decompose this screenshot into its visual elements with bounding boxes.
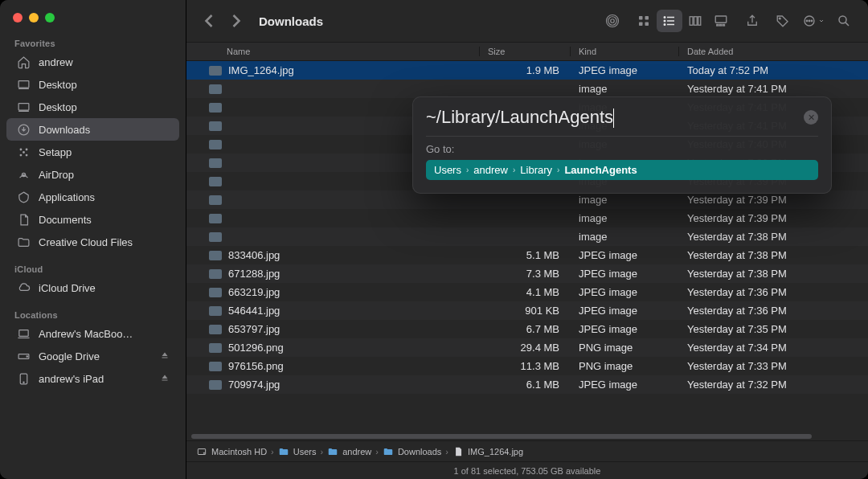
file-size: 6.1 MB — [480, 379, 571, 391]
column-kind[interactable]: Kind — [571, 47, 679, 56]
svg-point-18 — [608, 17, 617, 26]
folder-icon — [16, 235, 31, 249]
column-view-button[interactable] — [682, 10, 708, 32]
goto-crumb: andrew — [473, 164, 508, 176]
sidebar-item-andrew-s-ipad[interactable]: andrew's iPad — [6, 367, 179, 390]
sidebar-item-desktop[interactable]: Desktop — [6, 73, 179, 96]
file-name: 833406.jpg — [228, 249, 280, 261]
setapp-icon — [16, 145, 31, 159]
file-row[interactable]: imageYesterday at 7:39 PM — [186, 209, 868, 227]
file-thumbnail-icon — [209, 380, 222, 390]
list-view-button[interactable] — [657, 10, 682, 32]
sidebar-item-airdrop[interactable]: AirDrop — [6, 163, 179, 186]
folder-icon — [327, 446, 338, 457]
file-name: 501296.png — [228, 342, 284, 354]
svg-rect-23 — [645, 23, 649, 27]
column-name[interactable]: Name — [186, 47, 480, 56]
path-segment[interactable]: andrew — [342, 447, 371, 456]
file-date: Yesterday at 7:39 PM — [679, 194, 868, 206]
finder-window: Favorites andrewDesktopDesktopDownloadsS… — [0, 0, 868, 479]
icon-view-button[interactable] — [631, 10, 657, 32]
file-row[interactable]: 976156.png11.3 MBPNG imageYesterday at 7… — [186, 357, 868, 375]
ipad-icon — [16, 371, 31, 386]
file-row[interactable]: 833406.jpg5.1 MBJPEG imageYesterday at 7… — [186, 246, 868, 264]
sidebar-item-label: Downloads — [39, 124, 90, 136]
file-kind: JPEG image — [571, 249, 679, 261]
file-size: 6.7 MB — [480, 323, 571, 335]
icloud-label: iCloud — [0, 260, 186, 276]
chevron-right-icon: › — [466, 166, 469, 174]
home-icon — [16, 55, 31, 69]
sidebar-item-andrew[interactable]: andrew — [6, 51, 179, 73]
airdrop-icon[interactable] — [600, 10, 625, 32]
sidebar-item-creative-cloud-files[interactable]: Creative Cloud Files — [6, 231, 179, 253]
file-date: Yesterday at 7:35 PM — [679, 323, 868, 335]
sidebar-item-label: Applications — [39, 191, 95, 203]
column-size[interactable]: Size — [480, 47, 571, 56]
goto-path-result[interactable]: Users›andrew›Library›LaunchAgents — [426, 160, 818, 180]
file-row[interactable]: 671288.jpg7.3 MBJPEG imageYesterday at 7… — [186, 264, 868, 283]
forward-button[interactable] — [225, 10, 248, 32]
file-date: Yesterday at 7:36 PM — [679, 305, 868, 317]
sidebar-item-label: Creative Cloud Files — [39, 236, 133, 248]
sidebar-item-andrew-s-macboo-[interactable]: Andrew's MacBoo… — [6, 322, 179, 345]
file-row[interactable]: 663219.jpg4.1 MBJPEG imageYesterday at 7… — [186, 283, 868, 301]
file-thumbnail-icon — [209, 306, 222, 316]
svg-point-14 — [27, 355, 27, 356]
file-date: Yesterday at 7:38 PM — [679, 249, 868, 261]
file-row[interactable]: imageYesterday at 7:41 PM — [186, 80, 868, 98]
file-thumbnail-icon — [209, 84, 222, 94]
action-menu-button[interactable] — [800, 10, 826, 32]
goto-crumb: LaunchAgents — [564, 164, 637, 176]
minimize-button[interactable] — [29, 13, 39, 23]
sidebar-item-label: Desktop — [39, 79, 77, 91]
sidebar-item-label: Setapp — [39, 146, 72, 158]
path-bar[interactable]: Macintosh HD›Users›andrew›Downloads›IMG_… — [186, 440, 868, 461]
sidebar-item-documents[interactable]: Documents — [6, 208, 179, 231]
file-row[interactable]: 653797.jpg6.7 MBJPEG imageYesterday at 7… — [186, 320, 868, 338]
path-segment[interactable]: Users — [293, 447, 317, 456]
file-thumbnail-icon — [209, 251, 222, 260]
file-thumbnail-icon — [209, 269, 222, 279]
sidebar-item-downloads[interactable]: Downloads — [6, 118, 179, 141]
eject-icon[interactable] — [160, 373, 170, 385]
cloud-icon — [16, 280, 31, 295]
sidebar-item-icloud-drive[interactable]: iCloud Drive — [6, 276, 179, 299]
goto-label: Go to: — [426, 143, 818, 155]
file-row[interactable]: 501296.png29.4 MBPNG imageYesterday at 7… — [186, 338, 868, 357]
sidebar-item-label: iCloud Drive — [39, 282, 96, 294]
svg-point-16 — [23, 382, 23, 383]
path-segment[interactable]: IMG_1264.jpg — [468, 447, 523, 456]
file-row[interactable]: IMG_1264.jpg1.9 MBJPEG imageToday at 7:5… — [186, 61, 868, 80]
eject-icon[interactable] — [160, 350, 170, 362]
clear-input-button[interactable]: ✕ — [804, 110, 818, 125]
path-segment[interactable]: Macintosh HD — [211, 447, 267, 456]
svg-rect-22 — [639, 23, 643, 27]
svg-point-29 — [664, 24, 665, 26]
share-button[interactable] — [739, 10, 765, 32]
search-button[interactable] — [831, 10, 857, 32]
column-date[interactable]: Date Added — [679, 47, 868, 56]
column-headers: Name Size Kind Date Added — [186, 42, 868, 61]
file-date: Yesterday at 7:34 PM — [679, 342, 868, 354]
tags-button[interactable] — [770, 10, 796, 32]
file-date: Yesterday at 7:38 PM — [679, 231, 868, 243]
folder-icon — [278, 446, 289, 457]
window-controls — [0, 8, 186, 34]
file-date: Yesterday at 7:41 PM — [679, 83, 868, 95]
sidebar-item-desktop[interactable]: Desktop — [6, 96, 179, 118]
content-area: Downloads Name Size Kind Date Added IMG_… — [186, 0, 868, 479]
path-segment[interactable]: Downloads — [398, 447, 441, 456]
close-button[interactable] — [13, 13, 23, 23]
file-row[interactable]: 709974.jpg6.1 MBJPEG imageYesterday at 7… — [186, 375, 868, 394]
file-row[interactable]: 546441.jpg901 KBJPEG imageYesterday at 7… — [186, 301, 868, 320]
back-button[interactable] — [198, 10, 220, 32]
sidebar-item-setapp[interactable]: Setapp — [6, 141, 179, 163]
zoom-button[interactable] — [45, 13, 55, 23]
sidebar-item-applications[interactable]: Applications — [6, 186, 179, 208]
gallery-view-button[interactable] — [708, 10, 734, 32]
file-row[interactable]: imageYesterday at 7:38 PM — [186, 227, 868, 246]
sidebar-item-google-drive[interactable]: Google Drive — [6, 345, 179, 367]
goto-input[interactable]: ~/Library/LaunchAgents — [426, 107, 804, 128]
horizontal-scrollbar[interactable] — [186, 432, 868, 440]
